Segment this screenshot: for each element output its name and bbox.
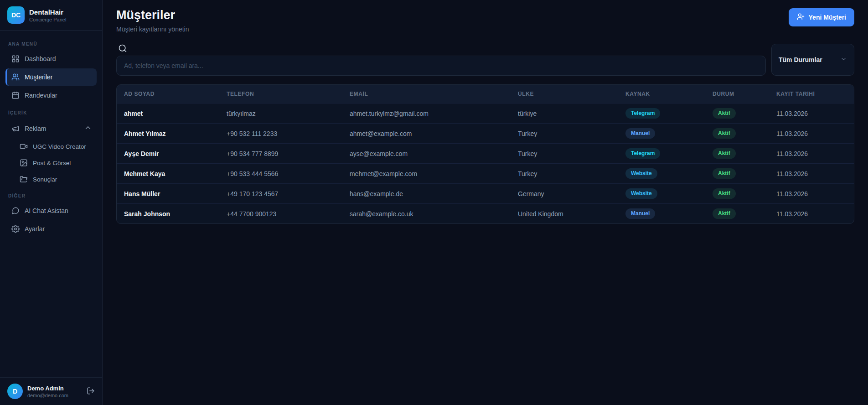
table-row[interactable]: Ahmet Yılmaz+90 532 111 2233ahmet@exampl… <box>117 123 854 143</box>
page-subtitle: Müşteri kayıtlarını yönetin <box>116 26 189 33</box>
dashboard-icon <box>11 55 20 63</box>
chat-icon <box>11 207 20 215</box>
app-name: DentalHair <box>29 8 66 16</box>
sidebar-item-dashboard[interactable]: Dashboard <box>5 50 97 68</box>
column-header: KAYIT TARİHİ <box>769 91 854 97</box>
sidebar-item-reklam[interactable]: Reklam <box>5 119 97 138</box>
search-input[interactable] <box>116 56 766 76</box>
table-body: ahmettürkyılmazahmet.turkylmz@gmail.comt… <box>117 103 854 223</box>
sidebar-item-label: Sonuçlar <box>33 176 57 183</box>
table-row[interactable]: Hans Müller+49 170 123 4567hans@example.… <box>117 183 854 203</box>
cell-status: Aktif <box>705 148 769 158</box>
avatar: D <box>7 384 23 399</box>
cell-email: ahmet.turkylmz@gmail.com <box>342 110 511 117</box>
gear-icon <box>11 225 20 233</box>
main-content: Müşteriler Müşteri kayıtlarını yönetin Y… <box>103 0 868 405</box>
logout-button[interactable] <box>87 387 95 396</box>
cell-source: Telegram <box>618 108 705 118</box>
folder-icon <box>20 175 28 183</box>
app-logo: DC <box>7 6 25 24</box>
cell-date: 11.03.2026 <box>769 110 854 117</box>
status-filter-value: Tüm Durumlar <box>779 56 822 63</box>
megaphone-icon <box>11 125 20 133</box>
cell-date: 11.03.2026 <box>769 210 854 218</box>
column-header: KAYNAK <box>618 91 705 97</box>
sidebar-item-m-teriler[interactable]: Müşteriler <box>5 68 97 86</box>
column-header: EMAİL <box>342 91 511 97</box>
cell-email: hans@example.de <box>342 190 511 197</box>
cell-phone: +90 534 777 8899 <box>219 150 342 157</box>
sidebar-item-randevular[interactable]: Randevular <box>5 87 97 104</box>
cell-date: 11.03.2026 <box>769 190 854 197</box>
sidebar-item-ai-chat-asistan[interactable]: AI Chat Asistan <box>5 202 97 219</box>
cell-country: Turkey <box>511 130 618 137</box>
cell-date: 11.03.2026 <box>769 170 854 177</box>
logout-icon <box>87 387 95 395</box>
cell-email: sarah@example.co.uk <box>342 210 511 218</box>
table-row[interactable]: Mehmet Kaya+90 533 444 5566mehmet@exampl… <box>117 163 854 183</box>
sidebar-header: DC DentalHair Concierge Panel <box>0 0 102 31</box>
customers-table: AD SOYADTELEFONEMAİLÜLKEKAYNAKDURUMKAYIT… <box>116 84 854 224</box>
status-badge: Aktif <box>713 208 736 218</box>
cell-name: Mehmet Kaya <box>117 170 219 177</box>
sidebar-item-ayarlar[interactable]: Ayarlar <box>5 220 97 238</box>
new-customer-button[interactable]: Yeni Müşteri <box>789 8 854 26</box>
chevron-down-icon <box>840 56 847 62</box>
table-header-row: AD SOYADTELEFONEMAİLÜLKEKAYNAKDURUMKAYIT… <box>117 85 854 103</box>
user-plus-icon <box>797 13 805 21</box>
sidebar-subitem-post-g-rsel[interactable]: Post & Görsel <box>14 155 97 171</box>
sidebar: DC DentalHair Concierge Panel ANA MENÜDa… <box>0 0 103 405</box>
sidebar-subitem-sonu-lar[interactable]: Sonuçlar <box>14 171 97 187</box>
calendar-icon <box>11 91 20 99</box>
cell-phone: türkyılmaz <box>219 110 342 117</box>
table-row[interactable]: Sarah Johnson+44 7700 900123sarah@exampl… <box>117 203 854 223</box>
status-badge: Aktif <box>713 188 736 198</box>
cell-name: Ahmet Yılmaz <box>117 130 219 137</box>
cell-status: Aktif <box>705 208 769 218</box>
cell-country: türkiye <box>511 110 618 117</box>
user-name: Demo Admin <box>27 385 68 392</box>
sidebar-subitem-ugc-video-creator[interactable]: UGC Video Creator <box>14 139 97 154</box>
sidebar-item-label: Ayarlar <box>25 225 45 233</box>
new-customer-button-label: Yeni Müşteri <box>809 14 846 21</box>
cell-name: Sarah Johnson <box>117 210 219 218</box>
cell-status: Aktif <box>705 108 769 118</box>
cell-status: Aktif <box>705 168 769 178</box>
column-header: TELEFON <box>219 91 342 97</box>
users-icon <box>11 73 20 81</box>
app-subtitle: Concierge Panel <box>29 17 66 22</box>
sidebar-item-label: Müşteriler <box>25 73 52 81</box>
user-email: demo@demo.com <box>27 393 68 398</box>
cell-country: Turkey <box>511 170 618 177</box>
cell-source: Manuel <box>618 128 705 138</box>
sidebar-item-label: Dashboard <box>25 55 56 62</box>
sidebar-item-label: Post & Görsel <box>33 160 71 166</box>
table-row[interactable]: ahmettürkyılmazahmet.turkylmz@gmail.comt… <box>117 103 854 123</box>
source-badge: Telegram <box>625 148 660 158</box>
status-badge: Aktif <box>713 148 736 158</box>
sidebar-item-label: Randevular <box>25 92 57 99</box>
status-badge: Aktif <box>713 168 736 178</box>
section-label: ANA MENÜ <box>8 42 94 47</box>
status-filter-dropdown[interactable]: Tüm Durumlar <box>771 44 854 76</box>
cell-phone: +90 533 444 5566 <box>219 170 342 177</box>
status-badge: Aktif <box>713 108 736 118</box>
cell-phone: +49 170 123 4567 <box>219 190 342 197</box>
table-row[interactable]: Ayşe Demir+90 534 777 8899ayse@example.c… <box>117 143 854 163</box>
cell-source: Telegram <box>618 148 705 158</box>
cell-email: ayse@example.com <box>342 150 511 157</box>
sidebar-nav: ANA MENÜDashboardMüşterilerRandevularİÇE… <box>0 31 102 377</box>
cell-source: Website <box>618 188 705 198</box>
image-icon <box>20 159 28 167</box>
cell-date: 11.03.2026 <box>769 150 854 157</box>
source-badge: Manuel <box>625 208 655 218</box>
cell-country: Turkey <box>511 150 618 157</box>
cell-email: ahmet@example.com <box>342 130 511 137</box>
cell-name: ahmet <box>117 110 219 117</box>
sidebar-item-label: Reklam <box>25 125 46 132</box>
page-header: Müşteriler Müşteri kayıtlarını yönetin Y… <box>116 8 854 33</box>
user-plus-icon <box>797 13 805 22</box>
cell-status: Aktif <box>705 188 769 198</box>
cell-status: Aktif <box>705 128 769 138</box>
video-icon <box>20 142 28 151</box>
